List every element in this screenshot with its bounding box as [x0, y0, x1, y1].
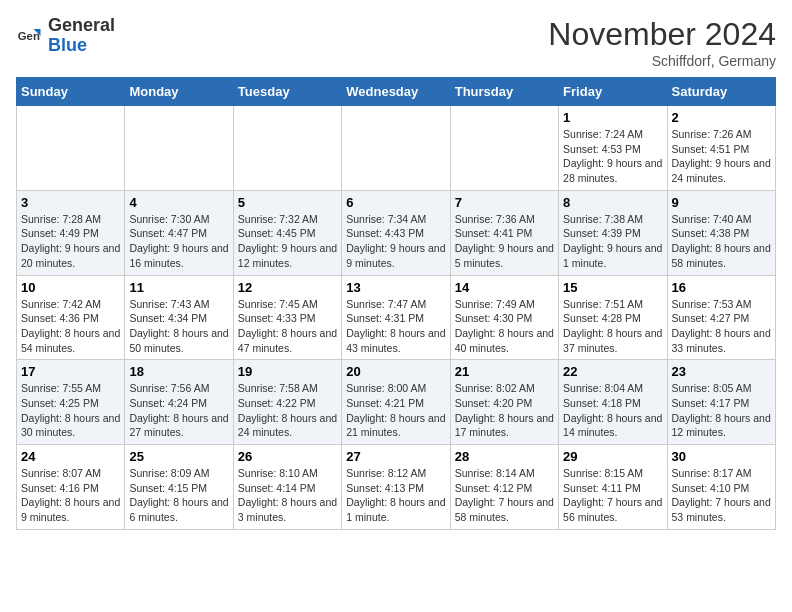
day-info: Sunrise: 7:40 AMSunset: 4:38 PMDaylight:…	[672, 212, 771, 271]
day-number: 8	[563, 195, 662, 210]
calendar-cell: 12Sunrise: 7:45 AMSunset: 4:33 PMDayligh…	[233, 275, 341, 360]
day-info: Sunrise: 7:42 AMSunset: 4:36 PMDaylight:…	[21, 297, 120, 356]
day-info: Sunrise: 7:45 AMSunset: 4:33 PMDaylight:…	[238, 297, 337, 356]
day-number: 28	[455, 449, 554, 464]
calendar-cell: 10Sunrise: 7:42 AMSunset: 4:36 PMDayligh…	[17, 275, 125, 360]
day-info: Sunrise: 8:00 AMSunset: 4:21 PMDaylight:…	[346, 381, 445, 440]
dow-header-sunday: Sunday	[17, 78, 125, 106]
calendar-cell: 17Sunrise: 7:55 AMSunset: 4:25 PMDayligh…	[17, 360, 125, 445]
dow-header-wednesday: Wednesday	[342, 78, 450, 106]
calendar-cell: 25Sunrise: 8:09 AMSunset: 4:15 PMDayligh…	[125, 445, 233, 530]
day-number: 5	[238, 195, 337, 210]
day-info: Sunrise: 8:15 AMSunset: 4:11 PMDaylight:…	[563, 466, 662, 525]
day-number: 2	[672, 110, 771, 125]
calendar-cell: 28Sunrise: 8:14 AMSunset: 4:12 PMDayligh…	[450, 445, 558, 530]
day-info: Sunrise: 8:05 AMSunset: 4:17 PMDaylight:…	[672, 381, 771, 440]
day-number: 6	[346, 195, 445, 210]
logo-blue: Blue	[48, 35, 87, 55]
day-info: Sunrise: 7:34 AMSunset: 4:43 PMDaylight:…	[346, 212, 445, 271]
calendar-cell: 6Sunrise: 7:34 AMSunset: 4:43 PMDaylight…	[342, 190, 450, 275]
logo-icon: Gen	[16, 22, 44, 50]
dow-header-monday: Monday	[125, 78, 233, 106]
day-info: Sunrise: 7:26 AMSunset: 4:51 PMDaylight:…	[672, 127, 771, 186]
day-number: 1	[563, 110, 662, 125]
dow-header-tuesday: Tuesday	[233, 78, 341, 106]
calendar-cell	[17, 106, 125, 191]
calendar-cell: 14Sunrise: 7:49 AMSunset: 4:30 PMDayligh…	[450, 275, 558, 360]
page-header: Gen General Blue November 2024 Schiffdor…	[16, 16, 776, 69]
dow-header-thursday: Thursday	[450, 78, 558, 106]
location: Schiffdorf, Germany	[548, 53, 776, 69]
day-info: Sunrise: 7:28 AMSunset: 4:49 PMDaylight:…	[21, 212, 120, 271]
month-title: November 2024	[548, 16, 776, 53]
day-info: Sunrise: 8:10 AMSunset: 4:14 PMDaylight:…	[238, 466, 337, 525]
calendar-cell: 8Sunrise: 7:38 AMSunset: 4:39 PMDaylight…	[559, 190, 667, 275]
day-info: Sunrise: 7:38 AMSunset: 4:39 PMDaylight:…	[563, 212, 662, 271]
day-number: 30	[672, 449, 771, 464]
day-number: 22	[563, 364, 662, 379]
calendar-cell	[450, 106, 558, 191]
calendar-cell: 9Sunrise: 7:40 AMSunset: 4:38 PMDaylight…	[667, 190, 775, 275]
day-number: 26	[238, 449, 337, 464]
day-number: 23	[672, 364, 771, 379]
calendar-cell: 7Sunrise: 7:36 AMSunset: 4:41 PMDaylight…	[450, 190, 558, 275]
day-info: Sunrise: 7:55 AMSunset: 4:25 PMDaylight:…	[21, 381, 120, 440]
day-number: 3	[21, 195, 120, 210]
day-number: 14	[455, 280, 554, 295]
day-info: Sunrise: 7:36 AMSunset: 4:41 PMDaylight:…	[455, 212, 554, 271]
day-info: Sunrise: 8:02 AMSunset: 4:20 PMDaylight:…	[455, 381, 554, 440]
calendar-cell	[233, 106, 341, 191]
calendar-cell: 21Sunrise: 8:02 AMSunset: 4:20 PMDayligh…	[450, 360, 558, 445]
calendar-cell: 22Sunrise: 8:04 AMSunset: 4:18 PMDayligh…	[559, 360, 667, 445]
day-info: Sunrise: 8:12 AMSunset: 4:13 PMDaylight:…	[346, 466, 445, 525]
day-info: Sunrise: 8:09 AMSunset: 4:15 PMDaylight:…	[129, 466, 228, 525]
day-number: 4	[129, 195, 228, 210]
calendar-cell: 27Sunrise: 8:12 AMSunset: 4:13 PMDayligh…	[342, 445, 450, 530]
calendar-cell: 11Sunrise: 7:43 AMSunset: 4:34 PMDayligh…	[125, 275, 233, 360]
calendar-cell: 16Sunrise: 7:53 AMSunset: 4:27 PMDayligh…	[667, 275, 775, 360]
day-info: Sunrise: 7:51 AMSunset: 4:28 PMDaylight:…	[563, 297, 662, 356]
dow-header-saturday: Saturday	[667, 78, 775, 106]
calendar-cell: 20Sunrise: 8:00 AMSunset: 4:21 PMDayligh…	[342, 360, 450, 445]
day-number: 12	[238, 280, 337, 295]
day-number: 21	[455, 364, 554, 379]
day-number: 15	[563, 280, 662, 295]
title-block: November 2024 Schiffdorf, Germany	[548, 16, 776, 69]
day-info: Sunrise: 8:17 AMSunset: 4:10 PMDaylight:…	[672, 466, 771, 525]
day-info: Sunrise: 7:30 AMSunset: 4:47 PMDaylight:…	[129, 212, 228, 271]
calendar-cell: 4Sunrise: 7:30 AMSunset: 4:47 PMDaylight…	[125, 190, 233, 275]
day-number: 20	[346, 364, 445, 379]
calendar-cell	[125, 106, 233, 191]
calendar-cell: 18Sunrise: 7:56 AMSunset: 4:24 PMDayligh…	[125, 360, 233, 445]
day-number: 13	[346, 280, 445, 295]
day-info: Sunrise: 8:07 AMSunset: 4:16 PMDaylight:…	[21, 466, 120, 525]
day-number: 7	[455, 195, 554, 210]
day-number: 10	[21, 280, 120, 295]
calendar-cell: 29Sunrise: 8:15 AMSunset: 4:11 PMDayligh…	[559, 445, 667, 530]
day-number: 19	[238, 364, 337, 379]
day-number: 25	[129, 449, 228, 464]
calendar-cell	[342, 106, 450, 191]
day-number: 16	[672, 280, 771, 295]
day-number: 29	[563, 449, 662, 464]
day-info: Sunrise: 7:32 AMSunset: 4:45 PMDaylight:…	[238, 212, 337, 271]
logo: Gen General Blue	[16, 16, 115, 56]
day-info: Sunrise: 7:53 AMSunset: 4:27 PMDaylight:…	[672, 297, 771, 356]
day-info: Sunrise: 7:58 AMSunset: 4:22 PMDaylight:…	[238, 381, 337, 440]
day-number: 17	[21, 364, 120, 379]
calendar-cell: 19Sunrise: 7:58 AMSunset: 4:22 PMDayligh…	[233, 360, 341, 445]
day-info: Sunrise: 7:56 AMSunset: 4:24 PMDaylight:…	[129, 381, 228, 440]
day-number: 9	[672, 195, 771, 210]
dow-header-friday: Friday	[559, 78, 667, 106]
day-info: Sunrise: 7:24 AMSunset: 4:53 PMDaylight:…	[563, 127, 662, 186]
calendar-cell: 2Sunrise: 7:26 AMSunset: 4:51 PMDaylight…	[667, 106, 775, 191]
day-info: Sunrise: 8:14 AMSunset: 4:12 PMDaylight:…	[455, 466, 554, 525]
calendar-cell: 26Sunrise: 8:10 AMSunset: 4:14 PMDayligh…	[233, 445, 341, 530]
day-info: Sunrise: 7:49 AMSunset: 4:30 PMDaylight:…	[455, 297, 554, 356]
calendar-cell: 23Sunrise: 8:05 AMSunset: 4:17 PMDayligh…	[667, 360, 775, 445]
calendar-header: SundayMondayTuesdayWednesdayThursdayFrid…	[17, 78, 776, 106]
day-info: Sunrise: 8:04 AMSunset: 4:18 PMDaylight:…	[563, 381, 662, 440]
calendar-cell: 1Sunrise: 7:24 AMSunset: 4:53 PMDaylight…	[559, 106, 667, 191]
day-info: Sunrise: 7:47 AMSunset: 4:31 PMDaylight:…	[346, 297, 445, 356]
day-number: 18	[129, 364, 228, 379]
